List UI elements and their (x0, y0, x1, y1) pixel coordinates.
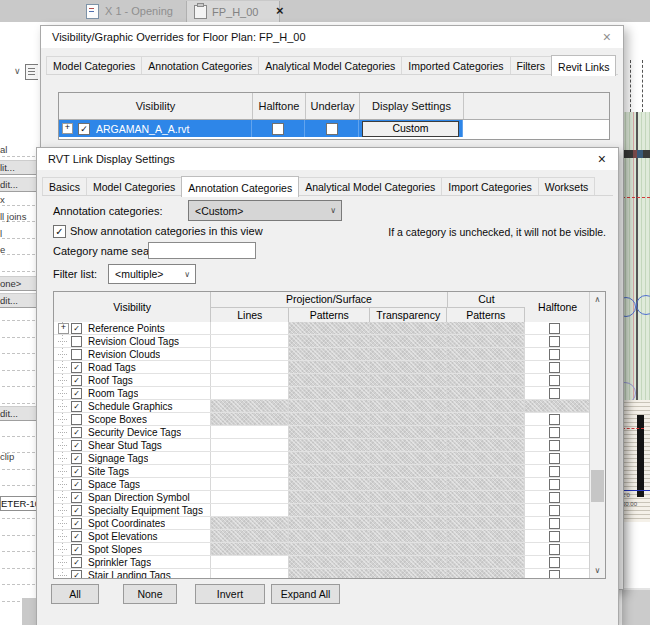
tab-analytical-model-categories[interactable]: Analytical Model Categories (258, 56, 402, 75)
category-checkbox[interactable] (71, 362, 82, 373)
halftone-checkbox[interactable] (549, 492, 560, 503)
halftone-cell[interactable] (525, 517, 590, 529)
halftone-checkbox[interactable] (549, 362, 560, 373)
property-row-fragment[interactable]: dit... (0, 177, 38, 192)
property-row-fragment[interactable]: ETER-10 (0, 496, 38, 511)
tab-analytical-model-categories[interactable]: Analytical Model Categories (298, 177, 442, 196)
halftone-checkbox[interactable] (549, 427, 560, 438)
show-annotation-checkbox[interactable] (53, 225, 66, 238)
grid-scrollbar[interactable]: ∧ ∨ (589, 292, 605, 578)
category-row-spot-coordinates[interactable]: Spot Coordinates (54, 517, 590, 530)
halftone-cell[interactable] (525, 439, 590, 451)
lines-cell[interactable] (211, 413, 289, 425)
category-checkbox[interactable] (71, 518, 82, 529)
halftone-cell[interactable] (525, 569, 590, 578)
lines-cell[interactable] (211, 530, 289, 542)
view-tab-close-icon[interactable]: × (276, 3, 284, 18)
category-checkbox[interactable] (71, 557, 82, 568)
view-tab-fp-h-00[interactable]: FP_H_00 (186, 1, 280, 22)
category-row-stair-landing-tags[interactable]: Stair Landing Tags (54, 569, 590, 578)
category-row-room-tags[interactable]: Room Tags (54, 387, 590, 400)
tab-worksets[interactable]: Worksets (538, 177, 596, 196)
none-button[interactable]: None (123, 584, 177, 604)
halftone-checkbox[interactable] (549, 466, 560, 477)
category-row-roof-tags[interactable]: Roof Tags (54, 374, 590, 387)
lines-cell[interactable] (211, 426, 289, 438)
category-row-spot-slopes[interactable]: Spot Slopes (54, 543, 590, 556)
halftone-checkbox[interactable] (549, 323, 560, 334)
halftone-cell[interactable] (525, 452, 590, 464)
halftone-cell[interactable] (525, 400, 590, 412)
view-tab-opening[interactable]: X 1 - Opening (78, 0, 181, 22)
lines-cell[interactable] (211, 374, 289, 386)
property-row-fragment[interactable]: clip (0, 450, 38, 463)
scroll-down-icon[interactable]: ∨ (590, 563, 605, 578)
tab-annotation-categories[interactable]: Annotation Categories (181, 176, 299, 197)
lines-cell[interactable] (211, 491, 289, 503)
category-row-spot-elevations[interactable]: Spot Elevations (54, 530, 590, 543)
property-row-fragment[interactable]: x (0, 193, 38, 206)
halftone-cell[interactable] (525, 335, 590, 347)
category-checkbox[interactable] (71, 440, 82, 451)
tab-import-categories[interactable]: Import Categories (441, 177, 538, 196)
expand-all-button[interactable]: Expand All (271, 584, 340, 604)
category-checkbox[interactable] (71, 505, 82, 516)
expand-plus-icon[interactable]: + (62, 123, 73, 134)
lines-cell[interactable] (211, 439, 289, 451)
category-row-reference-points[interactable]: + Reference Points (54, 322, 590, 335)
display-settings-custom-button[interactable]: Custom (362, 121, 459, 137)
category-row-specialty-equipment-tags[interactable]: Specialty Equipment Tags (54, 504, 590, 517)
tab-model-categories[interactable]: Model Categories (86, 177, 182, 196)
category-row-schedule-graphics[interactable]: Schedule Graphics (54, 400, 590, 413)
lines-cell[interactable] (211, 504, 289, 516)
link-row-argaman[interactable]: + ARGAMAN_A_A.rvt Custom (59, 120, 609, 137)
scroll-up-icon[interactable]: ∧ (590, 292, 605, 307)
halftone-cell[interactable] (525, 322, 590, 334)
category-checkbox[interactable] (71, 401, 82, 412)
invert-button[interactable]: Invert (195, 584, 265, 604)
tab-annotation-categories[interactable]: Annotation Categories (141, 56, 259, 75)
property-row-fragment[interactable]: one> (0, 276, 38, 291)
category-checkbox[interactable] (71, 427, 82, 438)
vg-dialog-close-icon[interactable]: × (603, 29, 611, 45)
halftone-cell[interactable] (525, 374, 590, 386)
property-row-fragment[interactable]: dit... (0, 406, 38, 421)
halftone-checkbox[interactable] (549, 531, 560, 542)
halftone-checkbox[interactable] (549, 505, 560, 516)
lines-cell[interactable] (211, 517, 289, 529)
category-checkbox[interactable] (71, 570, 82, 579)
lines-cell[interactable] (211, 361, 289, 373)
scrollbar-thumb[interactable] (591, 470, 604, 502)
category-row-signage-tags[interactable]: Signage Tags (54, 452, 590, 465)
vg-dialog-titlebar[interactable]: Visibility/Graphic Overrides for Floor P… (41, 26, 623, 48)
tab-basics[interactable]: Basics (42, 177, 87, 196)
link-underlay-checkbox[interactable] (326, 123, 338, 135)
category-checkbox[interactable] (71, 492, 82, 503)
halftone-cell[interactable] (525, 530, 590, 542)
halftone-checkbox[interactable] (549, 570, 560, 579)
lines-cell[interactable] (211, 452, 289, 464)
property-row-fragment[interactable]: e (0, 243, 38, 256)
halftone-cell[interactable] (525, 491, 590, 503)
halftone-cell[interactable] (525, 504, 590, 516)
category-row-road-tags[interactable]: Road Tags (54, 361, 590, 374)
halftone-checkbox[interactable] (549, 336, 560, 347)
link-halftone-checkbox[interactable] (272, 123, 284, 135)
halftone-cell[interactable] (525, 348, 590, 360)
tab-revit-links[interactable]: Revit Links (551, 55, 616, 76)
halftone-cell[interactable] (525, 413, 590, 425)
halftone-cell[interactable] (525, 543, 590, 555)
halftone-cell[interactable] (525, 478, 590, 490)
lines-cell[interactable] (211, 543, 289, 555)
lines-cell[interactable] (211, 322, 289, 334)
edit-type-icon[interactable] (25, 64, 38, 80)
category-checkbox[interactable] (71, 349, 82, 360)
category-checkbox[interactable] (71, 479, 82, 490)
property-row-fragment[interactable]: ll joins (0, 210, 38, 223)
rvt-dialog-close-icon[interactable]: × (598, 151, 606, 167)
link-visibility-checkbox[interactable] (78, 123, 90, 135)
lines-cell[interactable] (211, 335, 289, 347)
halftone-checkbox[interactable] (549, 414, 560, 425)
halftone-cell[interactable] (525, 387, 590, 399)
category-row-scope-boxes[interactable]: Scope Boxes (54, 413, 590, 426)
